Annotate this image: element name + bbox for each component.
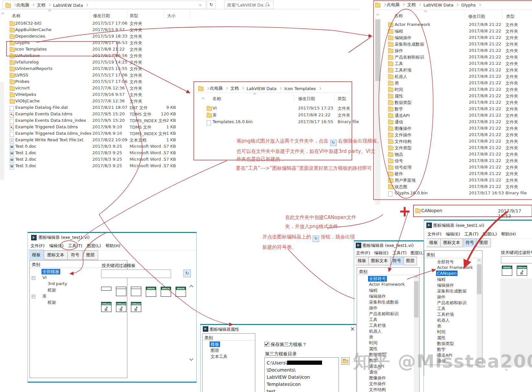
file-row[interactable]: 库 2017/8/8 21:22 文件夹 [194,112,352,119]
file-row[interactable]: 图像操作 2017/8/8 21:22 文件夹 [360,126,532,132]
breadcrumb-item[interactable]: Icon Templates [284,86,323,91]
dialog-category-item[interactable]: 图层 [210,348,252,354]
file-row[interactable]: 通道API 2017/8/8 21:22 文件夹 [360,113,532,119]
symbol-category-item[interactable]: 工具 [368,317,413,323]
breadcrumb[interactable]: 此电脑文档LabVIEW Data [17,2,91,8]
tab[interactable]: 符号 [463,238,477,247]
menu-item[interactable]: 编辑(E) [49,243,64,249]
canopen-new-row[interactable]: CANopen 2017/9/17 16:53 [415,208,532,215]
breadcrumb[interactable]: 此电脑文档LabVIEW DataGlyphs [387,2,483,8]
file-row[interactable]: Glyphs.16.0.bin 2017/9/17 16:53 Binary f… [360,190,532,197]
breadcrumb-item[interactable]: 此电脑 [17,2,37,8]
tab[interactable]: 图层 [404,257,417,265]
file-row[interactable]: 产品名称和标识 2017/8/8 21:22 文件夹 [360,54,532,61]
breadcrumb-item[interactable]: LabVIEW Data [423,3,461,7]
menu-item[interactable]: 工具(T) [392,250,407,256]
column-header-date[interactable]: 修改日期 [93,13,110,19]
symbol-category-item[interactable]: 编辑操作 [368,294,413,299]
titlebar[interactable]: 图标编辑器 (exe_test1.vi) [354,241,423,249]
template-thumbnail[interactable]: ERROR [146,287,156,297]
column-header-type[interactable]: 类型 [338,96,346,102]
file-row[interactable]: 类 2017/8/8 21:22 文件夹 [360,80,532,87]
symbol-category-item[interactable]: 采集和生成数据 [436,288,476,294]
symbol-category-item[interactable]: 编程 [436,277,476,282]
close-icon[interactable]: × [350,326,355,331]
symbol-category-item[interactable]: 工具栏项 [436,312,476,317]
menu-item[interactable]: 图层(L) [87,243,101,249]
menu-item[interactable]: 文件(F) [30,243,45,249]
symbol-category-item[interactable]: 时间 [368,340,413,346]
refresh-templates-button[interactable] [183,270,191,277]
list-scrollbar[interactable] [477,259,482,364]
file-row[interactable]: 数据类型 2017/8/8 21:22 文件夹 [360,100,532,106]
column-header-type[interactable]: 类型 [506,14,515,19]
file-row[interactable]: Icon Templates 2017/8/8 21:22 文件夹 [0,47,356,53]
menu-item[interactable]: 文件(F) [427,231,442,237]
symbol-category-item[interactable]: 编辑操作 [436,282,476,288]
breadcrumb-item[interactable]: LabVIEW Data [53,3,91,8]
file-row[interactable]: 2016(32-bit) 2017/5/17 17:06 文件夹 [0,21,356,27]
file-row[interactable]: 编辑操作 2017/8/8 21:22 文件夹 [360,35,532,41]
file-row[interactable]: 编程 2017/8/8 21:22 文件夹 [360,29,532,35]
file-row[interactable]: 信号处理 2017/8/8 21:22 文件夹 [360,165,532,171]
pane-collapse-icon[interactable] [202,98,204,100]
refresh-button[interactable]: ↻ [207,1,216,9]
file-row[interactable]: LVRSS 2017/5/17 17:06 文件夹 [0,73,356,79]
breadcrumb-item[interactable]: 此电脑 [387,2,407,8]
symbol-category-item[interactable]: 机器人 [368,329,413,334]
file-row[interactable]: VI 2017/9/15 17:23 文件夹 [194,106,352,112]
menu-item[interactable]: 帮助(H) [105,243,120,249]
symbol-category-item[interactable]: 采集和生成数据 [368,299,413,305]
file-row[interactable]: AppBuilderCache 2017/9/15 9:57 文件夹 [0,27,356,34]
menu-item[interactable]: 图层(L) [483,231,497,237]
symbol-category-item[interactable]: 文件操作 [368,381,413,387]
pane-collapse-icon[interactable] [376,14,379,17]
symbol-category-item[interactable]: 类 [368,334,413,340]
file-row[interactable]: 属性 2017/8/8 21:22 文件夹 [360,93,532,100]
tab[interactable]: 图标文本 [369,257,390,265]
breadcrumb-item[interactable]: 文档 [37,2,53,8]
pane-collapse-icon[interactable] [1,13,4,15]
template-thumbnail[interactable]: CANopen [116,302,126,312]
symbol-category-item[interactable]: 文件结构 [368,387,413,392]
file-row[interactable]: LVInternalReports 2017/8/25 15:55 文件夹 [0,66,356,73]
column-header-name[interactable]: 名称 [394,13,403,19]
symbol-category-item[interactable]: 工具 [436,306,476,312]
file-row[interactable]: Actor Framework 2017/8/8 21:22 文件夹 [360,22,532,29]
file-row[interactable]: 机器人 2017/8/8 21:22 文件夹 [360,74,532,80]
column-header-name[interactable]: 名称 [213,96,221,102]
tab[interactable]: 模板 [355,257,369,265]
breadcrumb-item[interactable]: Glyphs [461,3,483,7]
symbol-category-item[interactable]: 图像操作 [368,375,413,381]
titlebar[interactable]: 图标编辑器 (exe_test1.vi) [424,221,532,228]
template-thumbnail[interactable]: ERROR [176,287,186,297]
menu-item[interactable]: 工具(T) [68,243,82,249]
file-row[interactable]: 时间 2017/8/8 21:22 文件夹 [360,87,532,93]
symbol-category-item[interactable]: 产品名称和标识 [368,311,413,317]
menu-item[interactable]: 编辑(E) [446,231,460,237]
address-dropdown-icon[interactable] [199,3,202,6]
titlebar[interactable]: 图标编辑器 (exe_test1.vi) [28,233,196,241]
symbol-category-item[interactable]: 时间 [436,329,476,335]
tab[interactable]: 符号 [390,257,404,265]
menu-item[interactable]: 文件(F) [356,250,370,256]
template-thumbnail[interactable] [116,287,126,296]
dialog-category-item[interactable]: 模板 [210,341,252,348]
symbol-category-item[interactable]: 全部符号 [368,276,413,282]
file-row[interactable]: 文件操作 2017/8/8 21:22 文件夹 [360,132,532,139]
symbol-category-item[interactable]: 编程 [368,288,413,294]
template-thumbnail[interactable] [131,287,141,296]
tab[interactable]: 图标文本 [44,250,68,260]
symbol-category-item[interactable]: 机器人 [436,317,476,323]
symbol-category-item[interactable]: Actor Framework [368,282,413,288]
tab[interactable]: 符号 [68,250,83,260]
symbol-category-item[interactable]: CANopen [436,271,476,277]
list-scrollbar[interactable] [414,275,419,392]
filter-input[interactable] [101,270,171,278]
save-third-party-checkbox[interactable] [264,342,269,347]
menu-item[interactable]: 图层(L) [411,250,424,256]
breadcrumb-item[interactable]: 文档 [407,2,423,8]
column-header-date[interactable]: 修改日期 [468,14,485,19]
menu-item[interactable]: 编辑(E) [374,250,388,256]
tab[interactable]: 模板 [29,250,44,260]
